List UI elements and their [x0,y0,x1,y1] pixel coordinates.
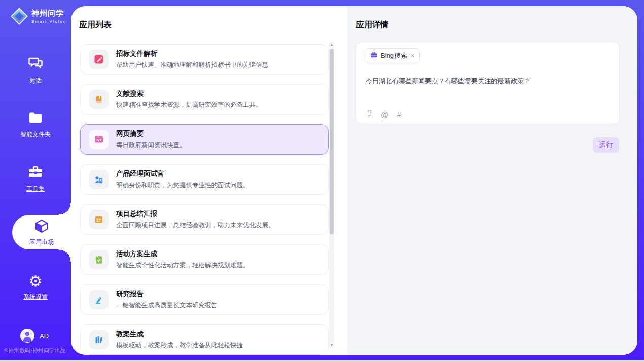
interviewer-icon [89,170,109,189]
attachment-icon[interactable] [366,109,373,119]
list-item[interactable]: 教案生成 模板驱动，教案秒成，教学准备从此轻松快捷 [80,324,329,355]
close-icon[interactable]: × [411,52,414,59]
sidebar-item-label: 智能文件夹 [20,130,51,139]
diamond-logo-icon [9,6,29,26]
list-item[interactable]: 产品经理面试官 明确身份和职责，为您提供专业性的面试问题。 [80,164,329,195]
cube-icon [34,219,49,236]
sidebar-item-settings[interactable]: ⚙ 系统设置 [0,274,71,301]
research-pen-icon [89,290,109,309]
gear-icon: ⚙ [29,274,43,289]
sidebar: 神州问学 Smart Vision 对话 智能文件夹 [0,0,71,362]
app-description: 快速精准查找学术资源，提高研究效率的必备工具。 [116,101,262,110]
app-description: 全面回顾项目进展，总结经验教训，助力未来优化发展。 [116,221,275,230]
sidebar-item-smart-folder[interactable]: 智能文件夹 [0,111,71,139]
window-bottom-edge [0,360,644,362]
tool-chip-label: Bing搜索 [381,51,407,60]
list-item[interactable]: 研究报告 一键智能生成高质量长文本研究报告 [80,284,329,315]
list-item[interactable]: 文献搜索 快速精准查找学术资源，提高研究效率的必备工具。 [80,84,329,115]
scroll-up-icon[interactable]: ▲ [329,43,334,46]
books-icon [89,330,109,349]
sidebar-item-toolset[interactable]: 工具集 [0,165,71,193]
bubble-curve-bottom [59,249,71,262]
user-account[interactable]: AD [20,329,49,343]
chat-icon [27,56,44,73]
sidebar-item-label: 对话 [29,77,42,85]
avatar [20,329,34,343]
briefcase-icon [27,165,44,181]
composer-toolbar: @ # [366,109,409,119]
app-list-title: 应用列表 [79,20,112,30]
tool-chip-bing-search[interactable]: Bing搜索 × [365,48,420,63]
bid-document-icon [89,50,109,69]
app-title: 研究报告 [116,289,218,299]
briefcase-icon [370,51,377,60]
sidebar-item-app-market[interactable]: 应用市场 [12,215,71,249]
brand-name: 神州问学 [31,9,66,18]
bubble-curve-top [59,203,71,215]
sidebar-item-label: 系统设置 [23,293,48,301]
clipboard-check-icon [89,250,109,269]
app-title: 网页摘要 [116,129,186,138]
app-description: 模板驱动，教案秒成，教学准备从此轻松快捷 [116,341,243,350]
content-sheet: 应用列表 招标文件解析 帮助用户快速、准确地理解和解析招标书中的关键信息 [71,6,637,355]
scrollbar-thumb[interactable] [330,49,334,234]
app-description: 帮助用户快速、准确地理解和解析招标书中的关键信息 [116,61,268,69]
scroll-down-icon[interactable]: ▼ [329,343,334,347]
app-title: 教案生成 [116,330,243,339]
app-description: 明确身份和职责，为您提供专业性的面试问题。 [116,181,249,190]
app-detail-title: 应用详情 [356,20,388,30]
app-description: 一键智能生成高质量长文本研究报告 [116,301,218,310]
brand-subtitle: Smart Vision [31,19,66,24]
list-scrollbar[interactable]: ▲ ▼ [329,42,334,348]
app-title: 文献搜索 [116,89,262,98]
run-button[interactable]: 运行 [593,137,619,153]
app-title: 项目总结汇报 [116,209,275,219]
calendar-icon [89,210,109,229]
app-title: 活动方案生成 [116,249,249,259]
list-item[interactable]: 招标文件解析 帮助用户快速、准确地理解和解析招标书中的关键信息 [80,44,329,75]
hash-icon[interactable]: # [397,110,401,119]
literature-book-icon [89,90,109,109]
app-window: 神州问学 Smart Vision 对话 智能文件夹 [0,0,644,362]
app-title: 产品经理面试官 [116,169,249,178]
mention-icon[interactable]: @ [381,110,388,119]
sidebar-item-label: 工具集 [26,185,45,193]
app-description: 每日政府新闻资讯快查。 [116,141,186,150]
user-initials: AD [40,332,49,340]
list-item[interactable]: 项目总结汇报 全面回顾项目进展，总结经验教训，助力未来优化发展。 [80,204,329,235]
app-description: 智能生成个性化活动方案，轻松解决规划难题。 [116,261,249,270]
list-item[interactable]: 活动方案生成 智能生成个性化活动方案，轻松解决规划难题。 [80,244,329,275]
copyright-footer: ©神州数码·神州问学出品 [4,347,66,354]
prompt-card[interactable]: Bing搜索 × 今日湖北有哪些新闻要点？有哪些需要关注的最新政策？ @ # [356,42,620,124]
app-title: 招标文件解析 [116,49,268,58]
sidebar-item-chat[interactable]: 对话 [0,56,71,85]
folder-icon [27,111,44,127]
query-input[interactable]: 今日湖北有哪些新闻要点？有哪些需要关注的最新政策？ [366,77,609,86]
app-detail-panel: 应用详情 Bing搜索 × 今日湖北有哪些新闻要点？有哪些需要关注的最新政策？ [347,6,637,355]
brand-logo: 神州问学 Smart Vision [9,6,66,26]
list-item-selected[interactable]: 网页摘要 每日政府新闻资讯快查。 [80,124,329,155]
webpage-code-icon [89,130,109,149]
sidebar-item-label: 应用市场 [29,238,54,246]
